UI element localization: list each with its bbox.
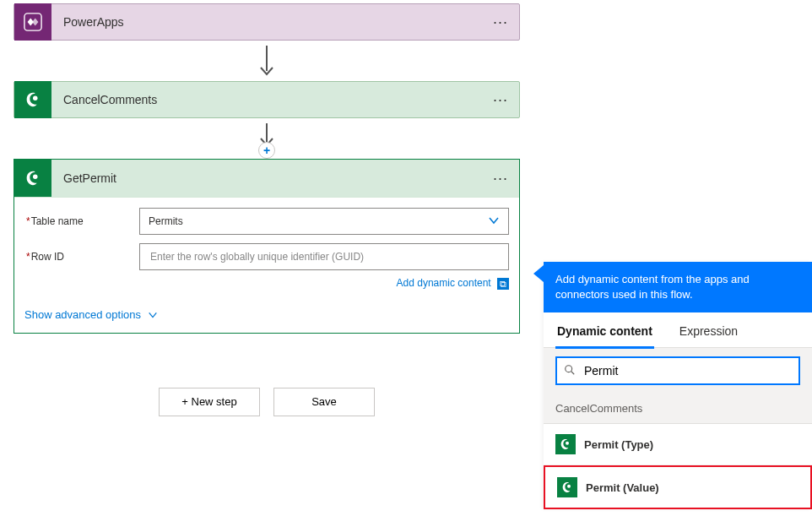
table-name-label: *Table name [24,215,139,227]
highlight-permit-value: Permit (Value) [544,465,812,509]
powerapps-icon-svg [24,13,42,31]
panel-pointer [533,265,544,282]
dynamic-search-box[interactable] [555,356,800,385]
chevron-down-icon [148,310,158,320]
dynamic-item-label: Permit (Value) [586,481,659,494]
dynamic-item-label: Permit (Type) [584,438,653,451]
dynamic-search-input[interactable] [582,363,792,378]
search-icon [564,364,576,378]
row-id-input[interactable] [149,250,500,264]
table-name-select[interactable]: Permits [139,208,509,235]
dynamic-content-badge-icon: ⧉ [497,278,509,290]
step-getpermit-label: GetPermit [51,171,482,185]
step-getpermit-header[interactable]: GetPermit ··· [14,160,519,197]
powerapps-icon [14,3,51,41]
step-cancelcomments-more-button[interactable]: ··· [482,91,519,109]
connector-arrow [14,41,520,81]
step-getpermit-more-button[interactable]: ··· [482,170,519,187]
svg-point-4 [33,174,38,179]
insert-step-button[interactable]: + [258,142,275,159]
table-name-value: Permits [149,215,183,227]
save-button[interactable]: Save [273,388,375,416]
tab-expression[interactable]: Expression [678,312,739,347]
step-cancelcomments-label: CancelComments [51,93,482,106]
dynamic-content-panel: Add dynamic content from the apps and co… [544,262,812,509]
step-powerapps-more-button[interactable]: ··· [482,14,519,31]
tab-dynamic-content[interactable]: Dynamic content [555,312,654,349]
step-powerapps-label: PowerApps [51,15,482,29]
new-step-button[interactable]: + New step [159,388,260,416]
add-dynamic-content-link[interactable]: Add dynamic content ⧉ [24,277,509,290]
dataverse-icon [557,477,577,497]
panel-heading: Add dynamic content from the apps and co… [544,262,812,312]
dynamic-item-permit-value[interactable]: Permit (Value) [545,467,810,508]
dynamic-section-cancelcomments: CancelComments [544,394,812,424]
svg-point-5 [566,366,572,372]
svg-point-2 [33,95,38,101]
dataverse-icon [555,434,576,454]
svg-point-8 [567,485,571,488]
row-id-label: *Row ID [24,251,139,263]
row-id-input-wrapper [139,243,509,270]
step-cancelcomments[interactable]: CancelComments ··· [14,81,520,118]
dynamic-item-permit-type[interactable]: Permit (Type) [544,424,812,465]
step-getpermit: GetPermit ··· *Table name Permits [14,159,520,334]
show-advanced-options-link[interactable]: Show advanced options [24,308,509,321]
connector-arrow-2: + [14,118,520,152]
step-powerapps[interactable]: PowerApps ··· [14,3,520,41]
svg-point-7 [566,442,569,445]
dataverse-icon [14,160,51,197]
svg-line-6 [571,372,575,375]
dataverse-icon [14,81,51,118]
chevron-down-icon [488,215,500,229]
